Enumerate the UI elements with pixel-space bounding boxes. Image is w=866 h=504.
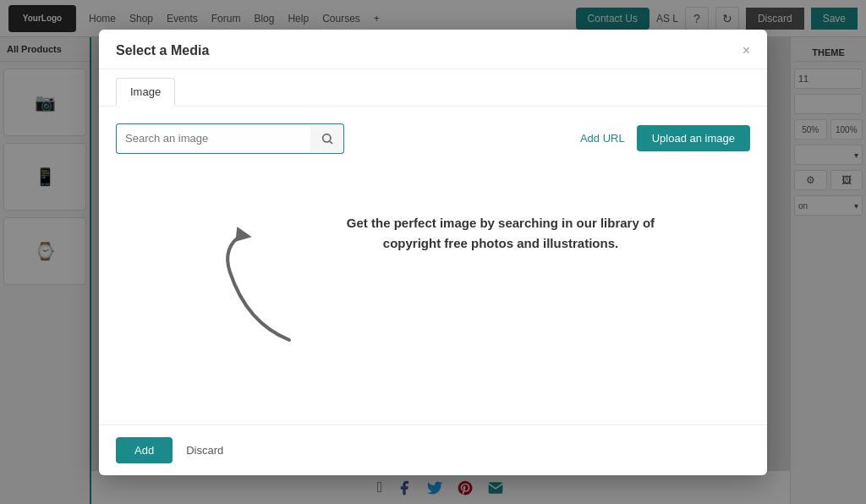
curved-arrow-icon [205,222,315,357]
svg-point-0 [322,134,330,141]
modal-overlay: Select a Media × Image Add URL Upload an… [0,0,866,504]
search-input[interactable] [116,123,310,154]
modal-footer: Add Discard [99,425,767,475]
add-button[interactable]: Add [116,437,173,463]
svg-marker-2 [233,224,252,241]
search-row: Add URL Upload an image [116,123,750,154]
arrow-area: Get the perfect image by searching in ou… [205,213,661,357]
search-button[interactable] [310,123,344,154]
add-url-link[interactable]: Add URL [580,132,625,145]
modal-header: Select a Media × [99,30,767,69]
upload-image-button[interactable]: Upload an image [637,125,750,151]
modal-empty-state: Get the perfect image by searching in ou… [116,171,750,408]
modal-close-button[interactable]: × [743,44,750,58]
modal-title: Select a Media [116,43,209,58]
select-media-modal: Select a Media × Image Add URL Upload an… [99,30,767,475]
svg-line-1 [330,141,332,144]
footer-discard-button[interactable]: Discard [186,444,223,457]
library-description: Get the perfect image by searching in ou… [340,213,661,254]
search-right: Add URL Upload an image [580,125,750,151]
modal-tabs: Image [99,69,767,107]
search-icon [321,132,334,145]
tab-image[interactable]: Image [116,78,175,107]
search-left [116,123,344,154]
modal-body: Add URL Upload an image Get the perfect … [99,107,767,425]
